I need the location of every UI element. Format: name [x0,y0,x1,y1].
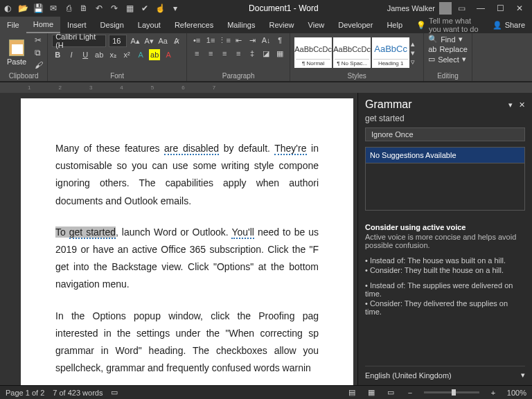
tab-developer[interactable]: Developer [331,17,380,33]
mail-icon[interactable]: ✉ [48,3,58,13]
table-icon[interactable]: ▦ [125,3,134,13]
shading-icon[interactable]: ◪ [260,48,272,59]
selected-text[interactable]: To get started [55,227,116,238]
zoom-slider[interactable] [424,391,479,393]
spellcheck-status-icon[interactable]: ▭ [111,388,118,397]
font-size-select[interactable]: 16 [109,35,127,47]
align-right-icon[interactable]: ≡ [219,48,230,59]
align-center-icon[interactable]: ≡ [205,48,216,59]
highlight-icon[interactable]: ab [149,49,160,60]
format-painter-icon[interactable]: 🖌 [35,60,43,70]
tab-review[interactable]: Review [263,17,301,33]
share-button[interactable]: 👤 Share [486,21,532,30]
outdent-icon[interactable]: ⇤ [233,35,244,46]
grow-font-icon[interactable]: A▴ [130,35,141,46]
tab-help[interactable]: Help [380,17,409,33]
grammar-flag[interactable]: are disabled [164,143,219,155]
tab-layout[interactable]: Layout [131,17,168,33]
tab-file[interactable]: File [0,17,26,33]
bullets-icon[interactable]: •≡ [191,35,202,46]
borders-icon[interactable]: ▦ [274,48,285,59]
preview-icon[interactable]: 🗎 [79,3,89,13]
superscript-icon[interactable]: x² [121,49,132,60]
avatar[interactable] [439,2,452,15]
tab-mailings[interactable]: Mailings [220,17,262,33]
paste-button[interactable]: Paste [4,38,29,67]
tab-design[interactable]: Design [94,17,131,33]
zoom-level[interactable]: 100% [507,389,526,397]
font-color-icon[interactable]: A [163,49,174,60]
sort-icon[interactable]: A↓ [260,35,272,46]
zoom-in-icon[interactable]: + [488,389,499,397]
autosave-icon[interactable]: ◐ [3,3,12,13]
show-marks-icon[interactable]: ¶ [274,35,285,46]
group-styles: AaBbCcDc¶ Normal AaBbCcDc¶ No Spac... Aa… [290,33,424,81]
text-effects-icon[interactable]: A [135,49,146,60]
read-mode-icon[interactable]: ▤ [346,388,357,397]
minimize-icon[interactable]: — [471,3,490,13]
replace-button[interactable]: ab Replace [428,45,468,53]
line-spacing-icon[interactable]: ‡ [247,48,258,59]
italic-icon[interactable]: I [66,49,77,60]
grammar-flag[interactable]: You'll [231,227,254,239]
shrink-font-icon[interactable]: A▾ [143,35,154,46]
pane-menu-icon[interactable]: ▾ [508,100,513,109]
open-icon[interactable]: 📂 [18,3,28,13]
font-name-select[interactable]: Calibri Light (H [52,35,106,47]
spell-icon[interactable]: ✔ [140,3,150,13]
print-layout-icon[interactable]: ▦ [366,388,377,397]
advice-heading: Consider using active voice [365,223,525,231]
numbering-icon[interactable]: 1≡ [205,35,216,46]
tab-home[interactable]: Home [26,17,60,33]
ruler[interactable]: 1234567 [0,82,532,93]
window-title: Document1 - Word [180,3,387,13]
grammar-flag[interactable]: They're [274,143,306,155]
touch-icon[interactable]: ☝ [155,3,165,13]
group-editing: 🔍 Find ▾ ab Replace ▭ Select ▾ Editing [424,33,472,81]
user-area[interactable]: James Walker [387,2,452,15]
select-button[interactable]: ▭ Select ▾ [428,55,466,64]
change-case-icon[interactable]: Aa [157,35,168,46]
bold-icon[interactable]: B [52,49,63,60]
maximize-icon[interactable]: ☐ [490,3,510,13]
tab-insert[interactable]: Insert [60,17,94,33]
redo-icon[interactable]: ↷ [109,3,119,13]
align-left-icon[interactable]: ≡ [191,48,202,59]
document-area[interactable]: Many of these features are disabled by d… [0,93,357,385]
language-select[interactable]: English (United Kingdom)▾ [365,366,525,380]
underline-icon[interactable]: U [80,49,91,60]
style-normal[interactable]: AaBbCcDc¶ Normal [294,37,332,68]
paragraph-3[interactable]: In the Options popup window, click the P… [55,308,319,378]
multilevel-icon[interactable]: ⋮≡ [219,35,230,46]
subscript-icon[interactable]: x₂ [107,49,118,60]
clear-format-icon[interactable]: A̷ [171,35,182,46]
save-icon[interactable]: 💾 [33,3,43,13]
justify-icon[interactable]: ≡ [233,48,244,59]
print-icon[interactable]: ⎙ [64,3,73,13]
word-count[interactable]: 7 of 423 words [53,389,103,397]
style-heading1[interactable]: AaBbCcHeading 1 [372,37,409,68]
find-button[interactable]: 🔍 Find ▾ [428,35,462,44]
strike-icon[interactable]: ab [94,49,105,60]
close-icon[interactable]: ✕ [510,3,529,13]
paragraph-2[interactable]: To get started, launch Word or Outlook. … [55,224,319,294]
web-layout-icon[interactable]: ▭ [385,388,396,397]
page-status[interactable]: Page 1 of 2 [6,389,44,397]
cut-icon[interactable]: ✂ [35,35,43,45]
suggestion-item[interactable]: No Suggestions Available [365,147,525,163]
copy-icon[interactable]: ⧉ [35,48,43,57]
tell-me[interactable]: 💡 Tell me what you want to do [409,17,486,33]
tab-view[interactable]: View [301,17,332,33]
undo-icon[interactable]: ↶ [94,3,104,13]
ribbon-display-icon[interactable]: ▭ [452,3,471,13]
qat-more-icon[interactable]: ▾ [170,3,180,13]
paragraph-1[interactable]: Many of these features are disabled by d… [55,140,319,210]
styles-gallery-more[interactable]: ▴▾▿ [411,39,419,66]
style-nospacing[interactable]: AaBbCcDc¶ No Spac... [333,37,371,68]
pane-close-icon[interactable]: ✕ [519,100,525,109]
zoom-out-icon[interactable]: − [405,389,416,397]
ignore-once-button[interactable]: Ignore Once [365,127,525,141]
tab-references[interactable]: References [168,17,220,33]
page[interactable]: Many of these features are disabled by d… [21,98,353,385]
indent-icon[interactable]: ⇥ [247,35,258,46]
